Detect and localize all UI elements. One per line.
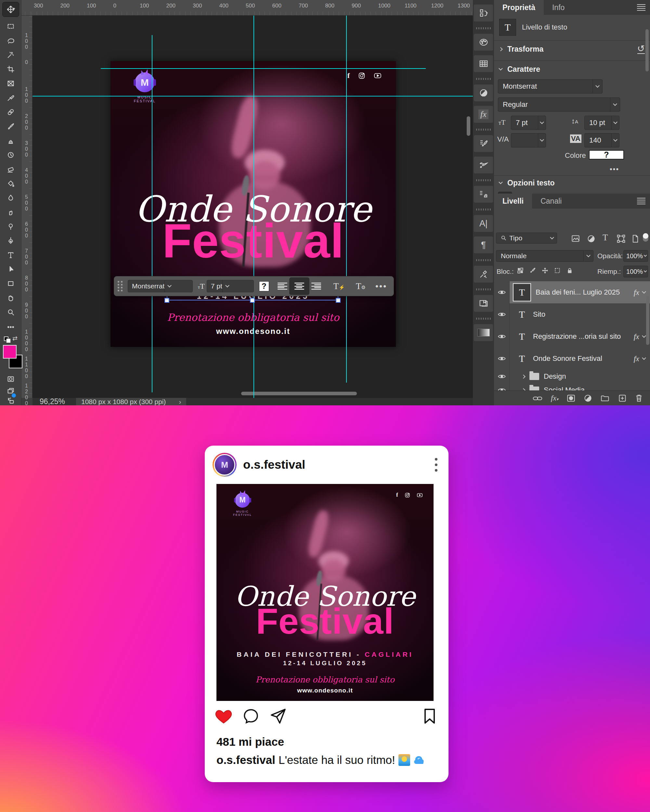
kerning-field[interactable] bbox=[511, 133, 546, 148]
layer-name[interactable]: Sito bbox=[533, 310, 545, 319]
layer-row[interactable]: T Onde Sonore Festival fx bbox=[494, 348, 650, 369]
frame-tool[interactable] bbox=[4, 77, 17, 90]
healing-brush-tool[interactable] bbox=[4, 106, 17, 118]
clone-source-panel-button[interactable] bbox=[474, 186, 493, 203]
quick-mask-button[interactable] bbox=[4, 373, 17, 385]
font-size-select[interactable]: 7 pt bbox=[207, 280, 254, 292]
character-section-title[interactable]: Carattere bbox=[507, 65, 540, 74]
document-info[interactable]: 1080 px x 1080 px (300 ppi) › bbox=[76, 398, 186, 405]
comment-icon[interactable] bbox=[242, 707, 260, 725]
dropdown-button[interactable] bbox=[164, 280, 174, 292]
layer-filter-toggle[interactable] bbox=[643, 233, 648, 242]
canvas-pasteboard[interactable]: M MUSIC FESTIVAL f Onde Sonore Festival … bbox=[32, 15, 473, 398]
horizontal-scrollbar[interactable] bbox=[241, 392, 357, 395]
adjustments-panel-button[interactable] bbox=[474, 84, 493, 101]
crop-tool[interactable] bbox=[4, 63, 17, 75]
lock-position-icon[interactable] bbox=[541, 267, 549, 275]
color-panel-button[interactable] bbox=[474, 34, 493, 51]
tab-info[interactable]: Info bbox=[544, 0, 573, 15]
lock-artboard-icon[interactable] bbox=[554, 267, 561, 275]
eraser-tool[interactable] bbox=[4, 163, 17, 176]
layer-name[interactable]: Registrazione ...oria sul sito bbox=[533, 332, 621, 341]
swatches-panel-button[interactable] bbox=[474, 55, 493, 72]
hand-tool[interactable] bbox=[4, 292, 17, 304]
add-adjustment-layer-icon[interactable] bbox=[584, 394, 592, 403]
more-options-button[interactable]: ••• bbox=[375, 281, 387, 292]
dropdown-button[interactable] bbox=[611, 133, 619, 147]
delete-layer-icon[interactable] bbox=[635, 394, 643, 403]
eyedropper-tool[interactable] bbox=[4, 92, 17, 104]
like-icon[interactable] bbox=[214, 707, 233, 725]
reset-transform-icon[interactable]: ↺ bbox=[637, 44, 645, 54]
share-icon[interactable] bbox=[269, 707, 287, 725]
vertical-ruler[interactable]: 1000100200300400500600700800900100011001… bbox=[21, 15, 32, 398]
dropdown-button[interactable] bbox=[643, 250, 648, 261]
dropdown-button[interactable] bbox=[538, 116, 546, 130]
dropdown-button[interactable] bbox=[643, 266, 648, 277]
lock-all-icon[interactable] bbox=[566, 267, 573, 275]
history-panel-button[interactable] bbox=[474, 5, 493, 21]
layer-visibility-toggle[interactable] bbox=[494, 369, 509, 383]
paragraph-panel-button[interactable]: ¶ bbox=[474, 237, 493, 253]
panel-menu-icon[interactable] bbox=[637, 197, 645, 206]
panel-scrollbar[interactable] bbox=[645, 29, 649, 72]
layer-thumbnail[interactable]: T bbox=[515, 352, 528, 365]
warp-text-button[interactable]: T⚡ bbox=[333, 281, 345, 292]
chevron-down-icon[interactable] bbox=[642, 356, 646, 360]
gradients-panel-button[interactable] bbox=[474, 324, 493, 341]
paint-bucket-tool[interactable] bbox=[4, 177, 17, 190]
guide-vertical[interactable] bbox=[346, 15, 347, 383]
filter-adjustment-layers-icon[interactable] bbox=[587, 235, 595, 244]
new-layer-icon[interactable] bbox=[618, 394, 627, 403]
shape-tool[interactable] bbox=[4, 277, 17, 290]
filter-pixel-layers-icon[interactable] bbox=[571, 235, 580, 244]
username[interactable]: o.s.festival bbox=[243, 458, 305, 472]
rotate-view-button[interactable] bbox=[4, 394, 17, 407]
likes-count[interactable]: 481 mi piace bbox=[216, 735, 284, 748]
text-color-swatch[interactable]: ? bbox=[259, 281, 269, 292]
dropdown-button[interactable] bbox=[610, 98, 620, 111]
tab-channels[interactable]: Canali bbox=[532, 194, 570, 209]
layer-fx-badge[interactable]: fx bbox=[634, 332, 639, 341]
bookmark-icon[interactable] bbox=[421, 707, 439, 725]
layer-fx-badge[interactable]: fx bbox=[634, 354, 639, 363]
brush-settings-panel-button[interactable] bbox=[474, 135, 493, 152]
layer-filter-select[interactable]: Tipo bbox=[496, 232, 557, 244]
horizontal-ruler[interactable]: 3002001000100200300400500600700800900100… bbox=[21, 0, 473, 15]
lock-image-icon[interactable] bbox=[529, 267, 536, 275]
dropdown-button[interactable] bbox=[583, 250, 593, 261]
blur-tool[interactable] bbox=[4, 192, 17, 204]
clone-stamp-tool[interactable] bbox=[4, 134, 17, 147]
avatar[interactable]: M bbox=[213, 453, 237, 477]
layer-name[interactable]: Baia dei feni... Luglio 2025 bbox=[535, 288, 620, 296]
vertical-scrollbar[interactable] bbox=[467, 116, 470, 136]
transform-handle[interactable] bbox=[164, 298, 169, 303]
layer-fx-badge[interactable]: fx bbox=[634, 288, 639, 297]
tab-layers[interactable]: Livelli bbox=[494, 194, 532, 209]
layer-visibility-toggle[interactable] bbox=[494, 303, 509, 325]
layer-visibility-toggle[interactable] bbox=[494, 281, 509, 303]
layers-scrollbar[interactable] bbox=[646, 296, 649, 345]
font-size-field[interactable]: 7 pt bbox=[511, 116, 546, 130]
align-left-button[interactable] bbox=[278, 282, 287, 290]
history-brush-tool[interactable] bbox=[4, 149, 17, 161]
transform-section-title[interactable]: Trasforma bbox=[507, 45, 543, 53]
layer-group-row[interactable]: Design bbox=[494, 369, 650, 383]
align-right-button[interactable] bbox=[311, 282, 321, 290]
filter-smart-objects-icon[interactable] bbox=[631, 235, 639, 244]
move-tool[interactable] bbox=[2, 2, 19, 17]
path-selection-tool[interactable] bbox=[4, 263, 17, 275]
filter-type-layers-icon[interactable]: T bbox=[603, 232, 608, 243]
dropdown-button[interactable] bbox=[547, 233, 557, 243]
lasso-tool[interactable] bbox=[4, 34, 17, 47]
fill-field[interactable]: 100% bbox=[623, 266, 648, 277]
layer-thumbnail[interactable]: T bbox=[513, 283, 531, 301]
guide-horizontal[interactable] bbox=[101, 68, 426, 69]
post-image[interactable]: M MUSIC FESTIVAL f Onde Sonore Festival … bbox=[216, 484, 434, 701]
layer-row[interactable]: T Sito bbox=[494, 303, 650, 325]
styles-panel-button[interactable]: fx bbox=[474, 106, 493, 123]
add-layer-style-button[interactable]: fx▾ bbox=[551, 394, 558, 403]
guide-vertical[interactable] bbox=[254, 15, 254, 398]
dropdown-button[interactable] bbox=[222, 280, 232, 292]
marquee-tool[interactable] bbox=[4, 20, 17, 32]
